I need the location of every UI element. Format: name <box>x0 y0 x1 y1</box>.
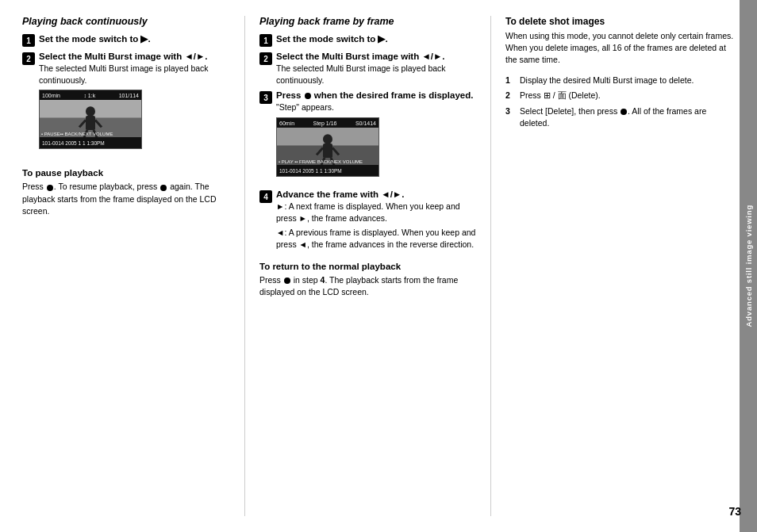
step-mid-2: 2 Select the Multi Burst image with ◄/►.… <box>259 52 482 86</box>
step-left-1-bold: Set the mode switch to ▶. <box>39 34 151 44</box>
lcd1-top-bar: 100min ↕ 1:k 101/114 <box>40 90 141 100</box>
step-mid-4-desc-1: ►: A next frame is displayed. When you k… <box>276 201 482 224</box>
delete-step-1-text: Display the desired Multi Burst image to… <box>520 75 694 86</box>
delete-step-3-num: 3 <box>505 105 517 128</box>
step-left-2-bold: Select the Multi Burst image with ◄/►. <box>39 52 208 61</box>
step-mid-num-4: 4 <box>259 190 272 203</box>
lcd-image-2: 60min Step 1/16 S0/1414 <box>276 117 379 177</box>
delete-step-1-num: 1 <box>505 75 517 86</box>
step-mid-1-bold: Set the mode switch to ▶. <box>276 34 388 44</box>
lcd1-top-icons: ↕ 1:k <box>83 93 95 98</box>
lcd2-step-label: Step 1/16 <box>313 121 337 126</box>
col-mid: Playing back frame by frame 1 Set the mo… <box>244 16 490 516</box>
delete-step-2: 2 Press ⊞ / 面 (Delete). <box>505 90 735 101</box>
step-mid-1: 1 Set the mode switch to ▶. <box>259 33 482 47</box>
lcd2-top-bar: 60min Step 1/16 S0/1414 <box>277 118 378 128</box>
step-mid-4: 4 Advance the frame with ◄/►. ►: A next … <box>259 189 482 251</box>
step-left-2: 2 Select the Multi Burst image with ◄/►.… <box>22 52 236 157</box>
col-left: Playing back continuously 1 Set the mode… <box>14 16 244 516</box>
lcd-image-1: 100min ↕ 1:k 101/114 <box>39 90 142 149</box>
delete-intro: When using this mode, you cannot delete … <box>505 30 735 67</box>
delete-title: To delete shot images <box>505 16 735 27</box>
delete-step-3-text: Select [Delete], then press . All of the… <box>520 105 735 128</box>
return-text: Press in step 4. The playback starts fro… <box>259 274 482 298</box>
step-mid-2-bold: Select the Multi Burst image with ◄/►. <box>276 52 445 61</box>
step-mid-4-bold: Advance the frame with ◄/►. <box>276 189 404 199</box>
step-left-2-desc: The selected Multi Burst image is played… <box>39 63 236 86</box>
lcd2-bottom-bar: 101-0014 2005 1 1 1:30PM <box>277 165 378 176</box>
step-mid-num-2: 2 <box>259 52 272 65</box>
svg-point-12 <box>323 134 332 144</box>
step-num-1: 1 <box>22 34 35 47</box>
step-mid-3-desc: "Step" appears. <box>276 101 482 113</box>
lcd2-bottom-text: 101-0014 2005 1 1 1:30PM <box>279 168 342 174</box>
page-number: 73 <box>728 505 741 518</box>
section-title-left: Playing back continuously <box>22 16 236 27</box>
svg-point-3 <box>86 107 95 117</box>
lcd2-top-right: S0/1414 <box>355 121 376 126</box>
step-mid-3-bold: Press when the desired frame is displaye… <box>276 90 473 100</box>
pause-text: Press . To resume playback, press again.… <box>22 181 236 217</box>
page-content: Playing back continuously 1 Set the mode… <box>0 0 757 532</box>
delete-step-1: 1 Display the desired Multi Burst image … <box>505 75 735 86</box>
step-left-1: 1 Set the mode switch to ▶. <box>22 33 236 47</box>
return-title: To return to the normal playback <box>259 262 482 271</box>
step-mid-4-desc-2: ◄: A previous frame is displayed. When y… <box>276 227 482 250</box>
step-num-2: 2 <box>22 52 35 65</box>
delete-step-3: 3 Select [Delete], then press . All of t… <box>505 105 735 128</box>
step-mid-2-desc: The selected Multi Burst image is played… <box>276 63 482 86</box>
lcd1-bottom-bar: 101-0014 2005 1 1 1:30PM <box>40 137 141 148</box>
delete-step-2-num: 2 <box>505 90 517 101</box>
step-mid-3: 3 Press when the desired frame is displa… <box>259 90 482 185</box>
lcd2-top-left: 60min <box>279 121 294 126</box>
step-mid-num-1: 1 <box>259 34 272 47</box>
delete-step-2-text: Press ⊞ / 面 (Delete). <box>520 90 601 101</box>
section-title-mid: Playing back frame by frame <box>259 16 482 27</box>
lcd1-bottom-text: 101-0014 2005 1 1 1:30PM <box>42 140 105 146</box>
lcd1-top-right: 101/114 <box>119 93 139 98</box>
delete-steps: 1 Display the desired Multi Burst image … <box>505 75 735 129</box>
col-right: To delete shot images When using this mo… <box>490 16 743 516</box>
pause-title: To pause playback <box>22 168 236 178</box>
lcd1-top-left: 100min <box>42 93 60 98</box>
step-mid-num-3: 3 <box>259 91 272 104</box>
